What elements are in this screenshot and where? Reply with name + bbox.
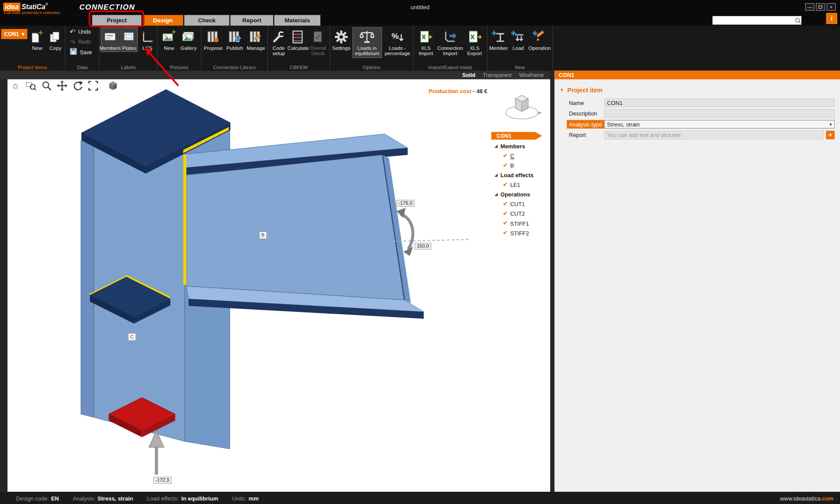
new-project-item-button[interactable]: New <box>28 27 46 52</box>
svg-text:%: % <box>392 32 399 41</box>
tree-group-load-effects[interactable]: Load effects <box>494 172 549 178</box>
new-operation-button[interactable]: Operation <box>528 27 551 52</box>
solid-view-icon[interactable] <box>107 80 119 91</box>
checkbox-checked-icon[interactable]: ✔ <box>503 163 508 168</box>
project-item-selector-button[interactable]: CON1 ▾ <box>1 29 28 39</box>
view-mode-wireframe[interactable]: Wireframe <box>519 72 543 78</box>
checkbox-checked-icon[interactable]: ✔ <box>503 231 508 236</box>
code-setup-button[interactable]: Code setup <box>269 27 289 58</box>
load-value-moment: -175.0 <box>396 200 414 207</box>
tree-item-stiff2[interactable]: ✔ STIFF2 <box>503 230 549 236</box>
labels-members-toggle[interactable]: Members <box>101 27 119 52</box>
title-bar: ideaStatiCa® Calculate yesterday's estim… <box>0 0 840 15</box>
minimize-button[interactable]: — <box>805 3 814 10</box>
view-mode-solid[interactable]: Solid <box>462 72 476 78</box>
checkbox-checked-icon[interactable]: ✔ <box>503 220 508 226</box>
new-picture-icon <box>162 29 176 45</box>
picture-gallery-button[interactable]: Gallery <box>179 27 198 52</box>
members-labels-icon <box>104 29 116 45</box>
3d-connection-model[interactable] <box>7 79 550 492</box>
library-manage-button[interactable]: Manage <box>245 27 266 52</box>
tree-group-operations[interactable]: Operations <box>494 191 549 198</box>
tagline: Calculate yesterday's estimates <box>4 10 60 15</box>
home-view-icon[interactable]: ⌂ <box>10 80 21 91</box>
properties-header: CON1 <box>554 71 840 80</box>
settings-button[interactable]: Settings <box>331 27 352 52</box>
connection-import-icon <box>443 29 457 45</box>
ribbon-group-new: Member Load Operation New <box>487 26 553 71</box>
labels-lcs-toggle[interactable]: LCS <box>139 27 156 52</box>
zoom-icon[interactable] <box>41 80 52 91</box>
library-publish-button[interactable]: Publish <box>225 27 244 52</box>
zoom-window-icon[interactable] <box>25 80 37 91</box>
undo-icon: ↶ <box>70 28 75 35</box>
analysis-type-dropdown[interactable]: Stress, strain ▾ <box>604 120 835 129</box>
checkbox-checked-icon[interactable]: ✔ <box>503 201 508 206</box>
properties-panel: CON1 ▼ Project item Name Description Ana… <box>554 71 840 492</box>
tree-item-member-c[interactable]: ✔ C <box>503 153 549 159</box>
tree-root-con1[interactable]: CON1 <box>491 132 542 140</box>
xls-export-button[interactable]: XLS Export <box>463 27 486 58</box>
website-link[interactable]: www.ideastatica.com <box>780 495 833 501</box>
help-button[interactable]: i <box>826 13 837 24</box>
tree-group-members[interactable]: Members <box>494 143 549 150</box>
description-field[interactable] <box>604 109 835 118</box>
navigation-cube[interactable] <box>500 87 543 132</box>
checkbox-checked-icon[interactable]: ✔ <box>503 182 508 187</box>
tab-materials[interactable]: Materials <box>274 15 320 25</box>
tree-item-stiff1[interactable]: ✔ STIFF1 <box>503 220 549 227</box>
project-item-section[interactable]: ▼ Project item <box>560 87 840 93</box>
tree-item-cut1[interactable]: ✔ CUT1 <box>503 201 549 207</box>
gear-icon <box>334 29 348 45</box>
labels-plates-toggle[interactable]: Plates <box>121 27 138 52</box>
loads-percentage-button[interactable]: % Loads - percentage <box>383 27 412 58</box>
lcs-axes-icon <box>140 29 154 45</box>
propose-library-icon <box>206 29 220 45</box>
checkbox-checked-icon[interactable]: ✔ <box>503 211 508 216</box>
name-field[interactable] <box>604 98 835 107</box>
status-analysis: Analysis:Stress, strain <box>73 495 133 501</box>
viewport-toolbar: ⌂ <box>10 80 119 91</box>
new-load-button[interactable]: Load <box>510 27 527 52</box>
zoom-extents-icon[interactable] <box>88 80 99 91</box>
redo-icon: ↷ <box>70 38 75 46</box>
new-member-button[interactable]: Member <box>489 27 509 52</box>
status-design-code: Design code:EN <box>16 495 59 501</box>
tree-item-cut2[interactable]: ✔ CUT2 <box>503 210 549 217</box>
report-field[interactable]: You can add text and pictures <box>604 131 824 140</box>
save-button[interactable]: Save <box>70 48 92 56</box>
tree-item-le1[interactable]: ✔ LE1 <box>503 182 549 188</box>
ribbon-group-data: ↶ Undo ↷ Redo Save Data <box>65 26 99 71</box>
viewport-3d: ⌂ Production cost - 48 € <box>7 79 550 492</box>
tab-report[interactable]: Report <box>231 15 273 25</box>
wrench-icon <box>272 29 286 45</box>
view-mode-transparent[interactable]: Transparent <box>483 72 512 78</box>
calculate-button[interactable]: Calculate <box>290 27 307 52</box>
maximize-button[interactable] <box>816 3 825 10</box>
tab-check[interactable]: Check <box>184 15 229 25</box>
checkbox-checked-icon[interactable]: ✔ <box>503 153 508 158</box>
copy-project-item-button[interactable]: Copy <box>47 27 64 52</box>
tab-design[interactable]: Design <box>143 15 183 25</box>
ribbon-group-pictures: New Gallery Pictures <box>158 26 201 71</box>
xls-import-button[interactable]: XLS Import <box>415 27 437 58</box>
tree-item-member-b[interactable]: ✔ B <box>503 162 549 169</box>
rotate-view-icon[interactable] <box>72 80 84 91</box>
app-name: CONNECTION <box>79 3 135 11</box>
ribbon-group-labels: Members Plates LCS Labels <box>100 26 158 71</box>
library-propose-button[interactable]: Propose <box>203 27 224 52</box>
tab-project[interactable]: Project <box>92 15 142 25</box>
pan-icon[interactable] <box>56 80 68 91</box>
new-document-icon <box>31 29 43 45</box>
close-button[interactable]: × <box>826 3 836 10</box>
overall-check-button[interactable]: Overall check <box>308 27 328 58</box>
connection-import-button[interactable]: Connection Import <box>438 27 462 58</box>
search-input[interactable] <box>713 18 794 23</box>
redo-button[interactable]: ↷ Redo <box>70 38 91 46</box>
picture-new-button[interactable]: New <box>160 27 178 52</box>
name-row: Name <box>567 98 835 107</box>
undo-button[interactable]: ↶ Undo <box>70 27 91 36</box>
add-report-button[interactable]: + <box>826 131 835 140</box>
ribbon: CON1 ▾ New Copy Project items <box>0 26 840 71</box>
loads-in-equilibrium-toggle[interactable]: Loads in equilibrium <box>353 27 382 58</box>
